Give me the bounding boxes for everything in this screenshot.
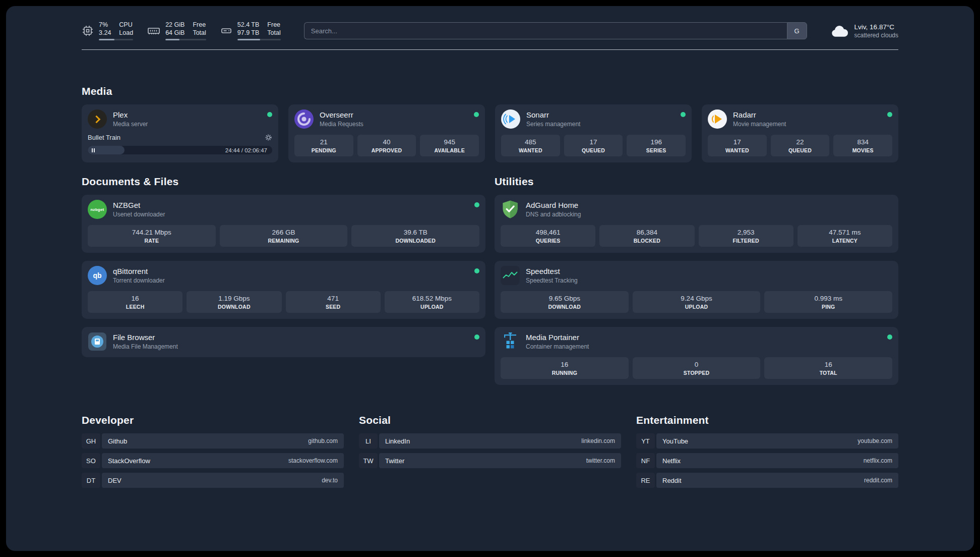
service-description: Series management	[526, 121, 580, 128]
status-dot	[474, 268, 479, 273]
stat-stopped: 0 STOPPED	[633, 357, 761, 379]
stat-queued: 22 QUEUED	[771, 135, 830, 156]
weather-widget[interactable]: Lviv, 16.87°C scattered clouds	[830, 23, 898, 39]
service-card-radarr[interactable]: Radarr Movie management 17 WANTED 22 QUE…	[702, 104, 898, 162]
bookmark-dev[interactable]: DT DEV dev.to	[82, 473, 344, 488]
memory-widget: 22 GiB Free 64 GiB Total	[147, 21, 206, 40]
bookmark-domain: twitter.com	[586, 457, 615, 464]
service-card-qbittorrent[interactable]: qb qBittorrent Torrent downloader 16 LEE…	[82, 261, 485, 319]
service-description: Movie management	[733, 121, 786, 128]
search-provider-button[interactable]: G	[787, 22, 807, 39]
status-dot	[681, 112, 686, 117]
weather-condition: scattered clouds	[854, 32, 898, 39]
section-title-documents: Documents & Files	[82, 176, 485, 188]
plex-icon	[88, 109, 107, 129]
stat-latency: 47.571 ms LATENCY	[798, 225, 892, 247]
stat-ping: 0.993 ms PING	[764, 291, 892, 313]
bookmark-stackoverflow[interactable]: SO StackOverflow stackoverflow.com	[82, 453, 344, 468]
bookmark-domain: netflix.com	[864, 457, 892, 464]
stat-available: 945 AVAILABLE	[420, 135, 479, 156]
gear-icon	[265, 134, 272, 141]
bookmark-linkedin[interactable]: LI LinkedIn linkedin.com	[359, 433, 621, 449]
bookmark-abbr: LI	[359, 433, 378, 449]
service-description: DNS and adblocking	[526, 211, 581, 218]
bookmark-name: LinkedIn	[385, 437, 410, 445]
section-documents: Documents & Files nzbget NZBGet Usenet d…	[82, 176, 485, 357]
stat-wanted: 485 WANTED	[501, 135, 560, 156]
bookmark-name: Netflix	[662, 457, 681, 465]
service-card-filebrowser[interactable]: File Browser Media File Management	[82, 327, 485, 357]
section-media: Media Plex Media server Bullet Train	[82, 85, 898, 162]
stat-seed: 471 SEED	[286, 291, 381, 313]
bookmark-github[interactable]: GH Github github.com	[82, 433, 344, 449]
bookmark-name: Github	[108, 437, 127, 445]
service-name: qBittorrent	[113, 267, 165, 275]
stat-blocked: 86,384 BLOCKED	[599, 225, 694, 247]
cloud-icon	[830, 25, 848, 37]
bookmark-youtube[interactable]: YT YouTube youtube.com	[636, 433, 898, 449]
service-name: Radarr	[733, 110, 786, 119]
service-card-overseerr[interactable]: Overseerr Media Requests 21 PENDING 40 A…	[288, 104, 485, 162]
search-input[interactable]	[304, 22, 787, 39]
disk-usage-bar	[237, 39, 281, 40]
service-description: Media File Management	[113, 343, 178, 350]
qbittorrent-icon: qb	[88, 266, 107, 285]
now-playing-widget: Bullet Train 24:44 / 02:06:47	[88, 134, 272, 154]
bookmark-group-social: Social LI LinkedIn linkedin.com TW Twitt…	[359, 414, 621, 492]
service-name: Media Portainer	[526, 333, 589, 342]
cpu-usage-bar	[99, 39, 133, 40]
bookmark-abbr: GH	[82, 433, 100, 449]
service-description: Container management	[526, 343, 589, 350]
stat-download: 9.65 Gbps DOWNLOAD	[501, 291, 629, 313]
service-name: Sonarr	[526, 110, 580, 119]
service-name: File Browser	[113, 333, 178, 342]
service-name: NZBGet	[113, 201, 165, 209]
memory-free-label: Free	[193, 21, 206, 29]
section-utilities: Utilities AdGuard Home	[495, 176, 898, 385]
stat-upload: 618.52 Mbps UPLOAD	[385, 291, 479, 313]
bookmark-abbr: NF	[636, 453, 655, 468]
cpu-label: CPU	[119, 21, 133, 29]
portainer-icon	[501, 332, 520, 351]
service-card-nzbget[interactable]: nzbget NZBGet Usenet downloader 744.21 M…	[82, 195, 485, 253]
bookmark-twitter[interactable]: TW Twitter twitter.com	[359, 453, 621, 468]
player-settings-button[interactable]	[265, 134, 272, 141]
status-dot	[887, 335, 892, 340]
bookmark-name: StackOverflow	[108, 457, 150, 465]
bookmark-reddit[interactable]: RE Reddit reddit.com	[636, 473, 898, 488]
top-bar: 7% CPU 3.24 Load 22 GiB	[82, 21, 898, 40]
bookmark-name: Reddit	[662, 477, 682, 484]
stat-remaining: 266 GB REMAINING	[220, 225, 348, 247]
service-description: Speedtest Tracking	[526, 277, 578, 284]
status-dot	[474, 112, 479, 117]
service-card-speedtest[interactable]: Speedtest Speedtest Tracking 9.65 Gbps D…	[495, 261, 898, 319]
service-card-adguard[interactable]: AdGuard Home DNS and adblocking 498,461 …	[495, 195, 898, 253]
weather-location: Lviv, 16.87°C	[854, 23, 898, 31]
cpu-load-value: 3.24	[99, 29, 111, 37]
stat-download: 1.19 Gbps DOWNLOAD	[187, 291, 281, 313]
bookmark-abbr: SO	[82, 453, 100, 468]
service-name: Speedtest	[526, 267, 578, 275]
search-bar: G	[304, 22, 807, 39]
playback-time: 24:44 / 02:06:47	[225, 147, 267, 153]
now-playing-title: Bullet Train	[88, 134, 120, 141]
bookmark-name: Twitter	[385, 457, 404, 465]
status-dot	[267, 112, 272, 117]
sonarr-icon	[501, 109, 520, 129]
service-card-sonarr[interactable]: Sonarr Series management 485 WANTED 17 Q…	[495, 104, 692, 162]
memory-total-value: 64 GiB	[165, 29, 185, 37]
service-card-plex[interactable]: Plex Media server Bullet Train	[82, 104, 278, 162]
section-title-social: Social	[359, 414, 621, 426]
bookmark-domain: stackoverflow.com	[288, 457, 338, 464]
overseerr-icon	[294, 109, 314, 129]
service-card-portainer[interactable]: Media Portainer Container management 16 …	[495, 327, 898, 385]
disk-free-value: 52.4 TB	[237, 21, 260, 29]
service-name: Plex	[113, 110, 148, 119]
stat-rate: 744.21 Mbps RATE	[88, 225, 216, 247]
service-description: Torrent downloader	[113, 277, 165, 284]
bookmark-abbr: DT	[82, 473, 100, 488]
bookmark-netflix[interactable]: NF Netflix netflix.com	[636, 453, 898, 468]
section-title-entertainment: Entertainment	[636, 414, 898, 426]
stat-leech: 16 LEECH	[88, 291, 182, 313]
status-dot	[474, 335, 479, 340]
